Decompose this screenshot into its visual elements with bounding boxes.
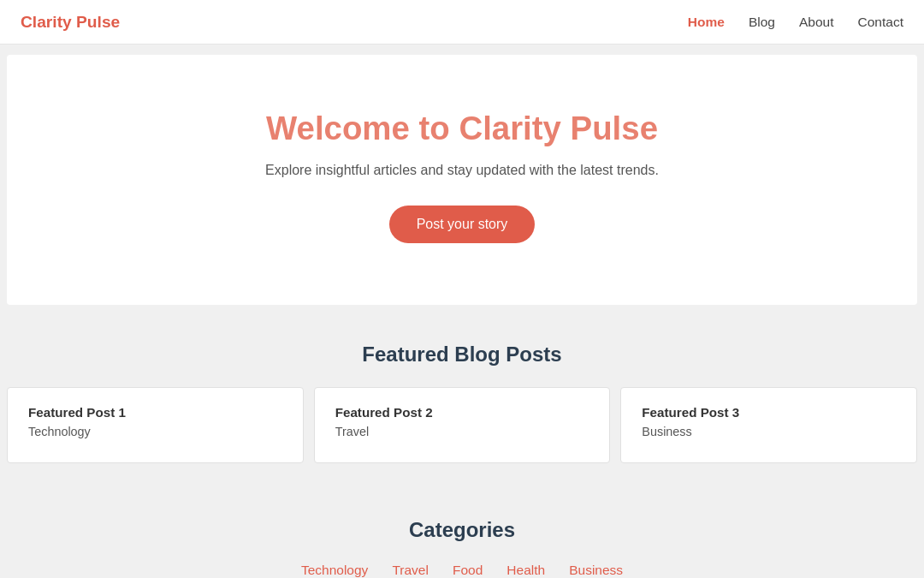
featured-card-1-title: Featured Post 1 xyxy=(28,405,282,420)
site-logo[interactable]: Clarity Pulse xyxy=(21,13,120,32)
featured-card-3[interactable]: Featured Post 3 Business xyxy=(620,387,917,463)
featured-cards-row: Featured Post 1 Technology Featured Post… xyxy=(7,387,917,463)
featured-card-1-category: Technology xyxy=(28,425,282,438)
categories-list: Technology Travel Food Health Business xyxy=(7,563,917,578)
category-travel[interactable]: Travel xyxy=(392,563,429,577)
featured-card-3-title: Featured Post 3 xyxy=(642,405,896,420)
hero-subtitle: Explore insightful articles and stay upd… xyxy=(41,163,883,178)
featured-card-3-category: Business xyxy=(642,425,896,438)
nav-link-home[interactable]: Home xyxy=(688,15,725,29)
category-food[interactable]: Food xyxy=(453,563,483,577)
hero-title: Welcome to Clarity Pulse xyxy=(41,110,883,147)
nav-links: Home Blog About Contact xyxy=(688,15,903,30)
categories-section: Categories Technology Travel Food Health… xyxy=(0,491,924,578)
hero-section: Welcome to Clarity Pulse Explore insight… xyxy=(7,55,917,305)
post-story-button[interactable]: Post your story xyxy=(389,206,536,243)
nav-link-contact[interactable]: Contact xyxy=(858,15,903,29)
featured-card-2-category: Travel xyxy=(335,425,589,438)
featured-card-2-title: Featured Post 2 xyxy=(335,405,589,420)
category-health[interactable]: Health xyxy=(506,563,545,577)
featured-title: Featured Blog Posts xyxy=(7,343,917,366)
category-technology[interactable]: Technology xyxy=(301,563,369,577)
nav-link-about[interactable]: About xyxy=(799,15,834,29)
categories-title: Categories xyxy=(7,518,917,542)
nav-link-blog[interactable]: Blog xyxy=(749,15,775,29)
featured-card-1[interactable]: Featured Post 1 Technology xyxy=(7,387,304,463)
navbar: Clarity Pulse Home Blog About Contact xyxy=(0,0,924,45)
category-business[interactable]: Business xyxy=(569,563,623,577)
featured-card-2[interactable]: Featured Post 2 Travel xyxy=(314,387,611,463)
featured-section: Featured Blog Posts Featured Post 1 Tech… xyxy=(0,315,924,491)
